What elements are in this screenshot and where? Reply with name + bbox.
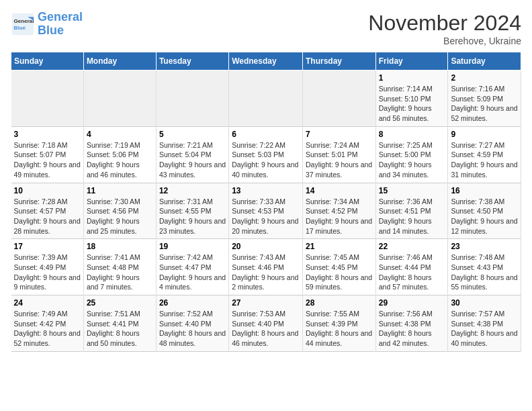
day-info: Sunrise: 7:31 AMSunset: 4:55 PMDaylight:… xyxy=(159,197,226,236)
day-info: Sunrise: 7:39 AMSunset: 4:49 PMDaylight:… xyxy=(14,253,81,292)
calendar-cell: 18Sunrise: 7:41 AMSunset: 4:48 PMDayligh… xyxy=(83,239,156,295)
day-number: 19 xyxy=(159,242,226,251)
weekday-header-thursday: Thursday xyxy=(302,52,375,71)
day-info: Sunrise: 7:33 AMSunset: 4:53 PMDaylight:… xyxy=(232,197,300,236)
calendar-cell: 29Sunrise: 7:56 AMSunset: 4:38 PMDayligh… xyxy=(375,295,448,352)
calendar-week-row: 10Sunrise: 7:28 AMSunset: 4:57 PMDayligh… xyxy=(11,183,521,239)
day-info: Sunrise: 7:38 AMSunset: 4:50 PMDaylight:… xyxy=(451,197,518,236)
day-number: 29 xyxy=(379,298,445,308)
day-number: 1 xyxy=(379,73,445,83)
weekday-header-friday: Friday xyxy=(375,52,448,71)
day-number: 30 xyxy=(451,298,518,308)
day-number: 15 xyxy=(379,186,445,195)
day-info: Sunrise: 7:24 AMSunset: 5:01 PMDaylight:… xyxy=(306,140,373,180)
day-info: Sunrise: 7:36 AMSunset: 4:51 PMDaylight:… xyxy=(379,197,445,236)
calendar-cell: 3Sunrise: 7:18 AMSunset: 5:07 PMDaylight… xyxy=(11,126,84,183)
location-subtitle: Berehove, Ukraine xyxy=(368,36,521,46)
calendar-cell: 22Sunrise: 7:46 AMSunset: 4:44 PMDayligh… xyxy=(375,239,448,295)
day-number: 7 xyxy=(306,130,373,139)
calendar-body: 1Sunrise: 7:14 AMSunset: 5:10 PMDaylight… xyxy=(11,71,521,352)
day-info: Sunrise: 7:41 AMSunset: 4:48 PMDaylight:… xyxy=(87,253,153,292)
day-number: 11 xyxy=(87,186,153,195)
calendar-cell: 2Sunrise: 7:16 AMSunset: 5:09 PMDaylight… xyxy=(448,71,521,127)
calendar-cell xyxy=(83,71,156,127)
calendar-cell: 23Sunrise: 7:48 AMSunset: 4:43 PMDayligh… xyxy=(448,239,521,295)
calendar-cell: 19Sunrise: 7:42 AMSunset: 4:47 PMDayligh… xyxy=(156,239,228,295)
day-number: 25 xyxy=(87,298,153,308)
day-number: 20 xyxy=(232,242,300,251)
calendar-cell: 20Sunrise: 7:43 AMSunset: 4:46 PMDayligh… xyxy=(229,239,303,295)
day-number: 6 xyxy=(232,130,300,139)
weekday-header-tuesday: Tuesday xyxy=(156,52,228,71)
day-info: Sunrise: 7:25 AMSunset: 5:00 PMDaylight:… xyxy=(379,140,445,180)
calendar-cell: 15Sunrise: 7:36 AMSunset: 4:51 PMDayligh… xyxy=(375,183,448,239)
day-number: 14 xyxy=(306,186,373,195)
weekday-header-row: SundayMondayTuesdayWednesdayThursdayFrid… xyxy=(11,52,521,71)
day-info: Sunrise: 7:56 AMSunset: 4:38 PMDaylight:… xyxy=(379,309,445,349)
day-info: Sunrise: 7:48 AMSunset: 4:43 PMDaylight:… xyxy=(451,253,518,292)
calendar-week-row: 17Sunrise: 7:39 AMSunset: 4:49 PMDayligh… xyxy=(11,239,521,295)
day-number: 28 xyxy=(306,298,373,308)
day-number: 2 xyxy=(451,73,518,83)
day-info: Sunrise: 7:46 AMSunset: 4:44 PMDaylight:… xyxy=(379,253,445,292)
day-number: 24 xyxy=(14,298,81,308)
day-info: Sunrise: 7:16 AMSunset: 5:09 PMDaylight:… xyxy=(451,84,518,124)
calendar-cell: 13Sunrise: 7:33 AMSunset: 4:53 PMDayligh… xyxy=(229,183,303,239)
calendar-cell: 10Sunrise: 7:28 AMSunset: 4:57 PMDayligh… xyxy=(11,183,84,239)
calendar-week-row: 3Sunrise: 7:18 AMSunset: 5:07 PMDaylight… xyxy=(11,126,521,183)
day-info: Sunrise: 7:53 AMSunset: 4:40 PMDaylight:… xyxy=(232,309,300,349)
day-number: 8 xyxy=(379,130,445,139)
calendar-cell: 1Sunrise: 7:14 AMSunset: 5:10 PMDaylight… xyxy=(375,71,448,127)
day-info: Sunrise: 7:27 AMSunset: 4:59 PMDaylight:… xyxy=(451,140,518,180)
calendar-cell: 26Sunrise: 7:52 AMSunset: 4:40 PMDayligh… xyxy=(156,295,228,352)
logo-line2: Blue xyxy=(38,24,64,37)
calendar-cell: 24Sunrise: 7:49 AMSunset: 4:42 PMDayligh… xyxy=(11,295,84,352)
calendar-cell: 16Sunrise: 7:38 AMSunset: 4:50 PMDayligh… xyxy=(448,183,521,239)
calendar-cell: 7Sunrise: 7:24 AMSunset: 5:01 PMDaylight… xyxy=(302,126,375,183)
calendar-cell: 17Sunrise: 7:39 AMSunset: 4:49 PMDayligh… xyxy=(11,239,84,295)
day-number: 26 xyxy=(159,298,226,308)
day-number: 23 xyxy=(451,242,518,251)
calendar-cell xyxy=(302,71,375,127)
day-info: Sunrise: 7:49 AMSunset: 4:42 PMDaylight:… xyxy=(14,309,81,349)
weekday-header-wednesday: Wednesday xyxy=(229,52,303,71)
day-number: 13 xyxy=(232,186,300,195)
day-number: 17 xyxy=(14,242,81,251)
day-number: 5 xyxy=(159,130,226,139)
calendar-cell xyxy=(11,71,84,127)
calendar-cell: 4Sunrise: 7:19 AMSunset: 5:06 PMDaylight… xyxy=(83,126,156,183)
svg-text:Blue: Blue xyxy=(14,25,26,31)
calendar-cell: 14Sunrise: 7:34 AMSunset: 4:52 PMDayligh… xyxy=(302,183,375,239)
calendar-cell: 6Sunrise: 7:22 AMSunset: 5:03 PMDaylight… xyxy=(229,126,303,183)
weekday-header-monday: Monday xyxy=(83,52,156,71)
day-info: Sunrise: 7:55 AMSunset: 4:39 PMDaylight:… xyxy=(306,309,373,349)
day-info: Sunrise: 7:28 AMSunset: 4:57 PMDaylight:… xyxy=(14,197,81,236)
calendar-cell: 5Sunrise: 7:21 AMSunset: 5:04 PMDaylight… xyxy=(156,126,228,183)
day-info: Sunrise: 7:45 AMSunset: 4:45 PMDaylight:… xyxy=(306,253,373,292)
day-info: Sunrise: 7:57 AMSunset: 4:38 PMDaylight:… xyxy=(451,309,518,349)
day-number: 18 xyxy=(87,242,153,251)
calendar-cell: 27Sunrise: 7:53 AMSunset: 4:40 PMDayligh… xyxy=(229,295,303,352)
day-number: 22 xyxy=(379,242,445,251)
calendar-cell: 12Sunrise: 7:31 AMSunset: 4:55 PMDayligh… xyxy=(156,183,228,239)
day-info: Sunrise: 7:52 AMSunset: 4:40 PMDaylight:… xyxy=(159,309,226,349)
day-info: Sunrise: 7:30 AMSunset: 4:56 PMDaylight:… xyxy=(87,197,153,236)
calendar-header: SundayMondayTuesdayWednesdayThursdayFrid… xyxy=(11,52,521,71)
calendar-cell xyxy=(229,71,303,127)
logo-text: General Blue xyxy=(38,11,83,38)
calendar-cell: 9Sunrise: 7:27 AMSunset: 4:59 PMDaylight… xyxy=(448,126,521,183)
calendar-table: SundayMondayTuesdayWednesdayThursdayFrid… xyxy=(11,52,521,352)
day-number: 10 xyxy=(14,186,81,195)
calendar-cell: 21Sunrise: 7:45 AMSunset: 4:45 PMDayligh… xyxy=(302,239,375,295)
day-number: 12 xyxy=(159,186,226,195)
day-info: Sunrise: 7:51 AMSunset: 4:41 PMDaylight:… xyxy=(87,309,153,349)
day-number: 4 xyxy=(87,130,153,139)
svg-text:General: General xyxy=(14,18,34,24)
calendar-cell: 28Sunrise: 7:55 AMSunset: 4:39 PMDayligh… xyxy=(302,295,375,352)
day-info: Sunrise: 7:19 AMSunset: 5:06 PMDaylight:… xyxy=(87,140,153,180)
logo: General Blue General Blue xyxy=(11,11,83,38)
title-block: November 2024 Berehove, Ukraine xyxy=(368,11,521,46)
day-number: 27 xyxy=(232,298,300,308)
day-info: Sunrise: 7:34 AMSunset: 4:52 PMDaylight:… xyxy=(306,197,373,236)
day-info: Sunrise: 7:21 AMSunset: 5:04 PMDaylight:… xyxy=(159,140,226,180)
